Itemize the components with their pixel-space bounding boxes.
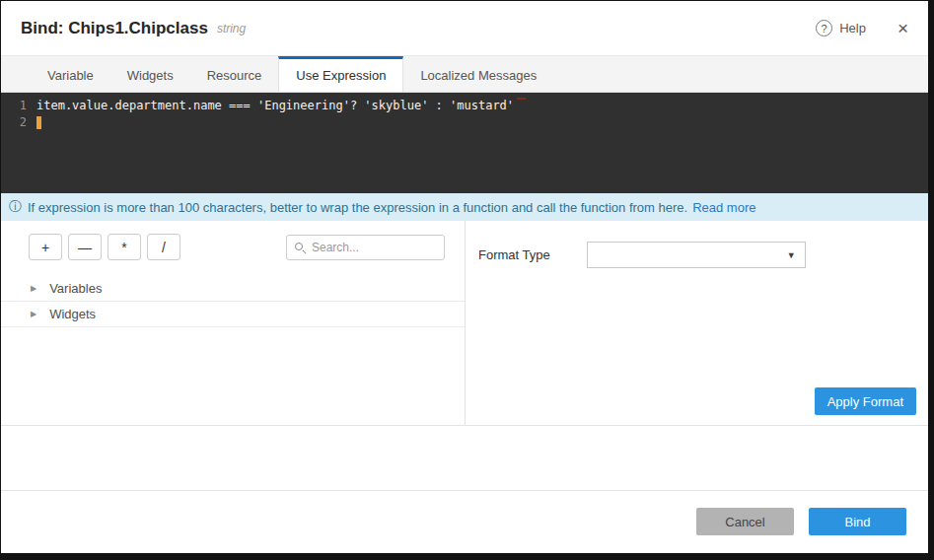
help-label: Help [839,21,866,35]
content-area: + — * / ▶ Variables ▶ Widgets [1,221,928,426]
expression-code[interactable]: item.value.department.name === 'Engineer… [36,98,514,114]
apply-format-button[interactable]: Apply Format [815,387,916,415]
search-icon [295,243,303,250]
editor-line: 2 [1,114,928,131]
tab-widgets[interactable]: Widgets [110,56,190,92]
expression-code[interactable] [36,114,41,131]
read-more-link[interactable]: Read more [692,200,755,215]
tab-bar: Variable Widgets Resource Use Expression… [1,56,928,93]
operator-toolbar: + — * / [29,234,445,260]
tab-variable[interactable]: Variable [31,56,110,92]
minus-operator-button[interactable]: — [68,234,102,260]
bindings-tree: ▶ Variables ▶ Widgets [1,276,465,327]
line-number: 2 [1,114,36,131]
property-type-label: string [217,22,246,35]
format-panel: Format Type ▼ Apply Format [466,221,928,425]
search-box [286,235,445,260]
tab-resource[interactable]: Resource [190,56,279,92]
tree-item-label: Widgets [49,307,96,321]
expression-info-bar: ⓘ If expression is more than 100 charact… [1,193,928,221]
search-input[interactable] [286,235,445,260]
plus-operator-button[interactable]: + [29,234,62,260]
format-type-row: Format Type ▼ [478,242,928,268]
format-type-select[interactable]: ▼ [587,242,806,268]
empty-region [1,426,928,491]
divide-operator-button[interactable]: / [147,234,180,260]
tab-localized-messages[interactable]: Localized Messages [403,56,553,92]
tree-item-widgets[interactable]: ▶ Widgets [1,302,465,327]
tree-item-label: Variables [49,281,102,296]
tree-item-variables[interactable]: ▶ Variables [1,276,465,302]
expression-editor[interactable]: 1 item.value.department.name === 'Engine… [1,93,928,193]
cancel-button[interactable]: Cancel [696,508,794,535]
multiply-operator-button[interactable]: * [108,234,141,260]
format-type-label: Format Type [478,247,550,262]
trailing-whitespace-mark [517,98,526,100]
dialog-footer: Cancel Bind [1,491,928,552]
help-icon: ? [816,20,832,36]
line-number: 1 [1,98,36,114]
info-icon: ⓘ [9,198,22,216]
dialog-header: Bind: Chips1.Chipclass string ? Help × [1,1,928,56]
chevron-right-icon[interactable]: ▶ [31,310,36,318]
bind-dialog: Bind: Chips1.Chipclass string ? Help × V… [1,1,928,553]
bind-button[interactable]: Bind [809,508,906,535]
header-actions: ? Help × [816,19,908,37]
help-button[interactable]: ? Help [816,20,866,36]
dialog-title: Bind: Chips1.Chipclass [21,19,208,38]
editor-line: 1 item.value.department.name === 'Engine… [1,98,928,114]
toolbox-panel: + — * / ▶ Variables ▶ Widgets [1,221,466,425]
info-text: If expression is more than 100 character… [28,200,687,215]
tab-use-expression[interactable]: Use Expression [278,56,403,92]
chevron-right-icon[interactable]: ▶ [31,284,36,293]
text-cursor [36,116,41,129]
dropdown-arrow-icon: ▼ [787,250,796,260]
close-icon[interactable]: × [898,19,908,37]
